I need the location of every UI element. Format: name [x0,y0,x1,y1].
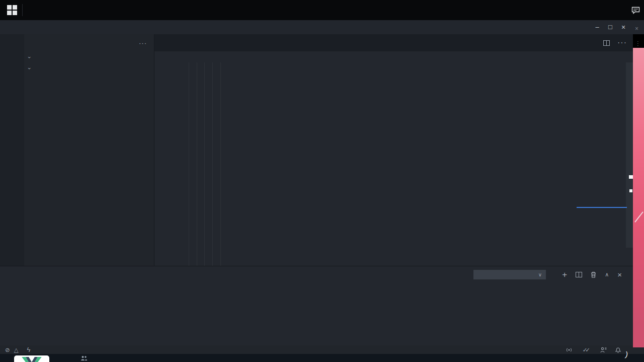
editor-tabbar: ··· [154,34,633,51]
kill-terminal-icon[interactable] [591,271,596,278]
chevron-down-icon: › [27,66,33,71]
lightning-icon[interactable]: ϟ [27,346,31,353]
prettier-status[interactable]: ✓✓ [583,346,592,353]
background-window-menu-icon: ··· [637,40,639,46]
error-icon: ⊘ [5,346,10,353]
new-terminal-icon[interactable]: + [562,270,567,280]
project-section[interactable]: › [24,63,154,74]
group-people-icon [80,355,88,361]
system-tray [616,0,640,20]
breadcrumb [154,51,633,62]
start-button[interactable] [7,5,17,15]
wallpaper-doodle [629,189,632,192]
double-check-icon: ✓✓ [583,346,588,353]
notifications-bell-icon[interactable] [615,347,621,353]
split-terminal-icon[interactable] [576,272,582,277]
terminal-shell-select[interactable]: ∨ [473,269,546,280]
telegram-notification-bar[interactable] [0,354,644,362]
taskbar-separator [22,4,23,16]
chevron-down-icon: › [27,55,33,60]
go-live-button[interactable] [566,347,574,353]
open-editors-section[interactable]: › [24,52,154,63]
panel-actions: + ∧ × [562,269,622,280]
close-button[interactable]: × [617,20,630,34]
split-editor-icon[interactable] [603,40,610,46]
feedback-icon[interactable] [600,347,607,353]
tab-actions: ··· [603,34,633,51]
sidebar-more-icon[interactable]: ··· [139,39,147,47]
chevron-down-icon: ∨ [538,272,542,277]
windows-taskbar [0,0,644,20]
desktop-wallpaper-strip [633,48,644,347]
status-bar: ⊘ △ ϟ ✓✓ [0,345,644,354]
background-window-close-icon: × [635,25,638,32]
warning-icon: △ [14,346,19,353]
editor-more-icon[interactable]: ··· [617,38,627,47]
code-editor[interactable] [154,62,633,266]
problems-status[interactable]: ⊘ △ [5,346,21,353]
maximize-button[interactable]: □ [604,20,617,34]
vue-logo [14,355,49,362]
vscode-titlebar: – □ × [0,20,644,34]
sidebar-header: ··· [24,34,154,52]
action-center-icon[interactable] [631,7,640,14]
wallpaper-doodle [629,175,633,179]
terminal-output[interactable] [0,281,633,285]
minimap-cursor-line [577,207,627,208]
broadcast-icon [566,347,572,353]
close-panel-icon[interactable]: × [617,270,622,279]
minimize-button[interactable]: – [591,20,604,34]
maximize-panel-icon[interactable]: ∧ [605,271,609,278]
editor-scrollbar[interactable] [626,62,633,248]
window-controls: – □ × [591,20,630,34]
bottom-panel: ∨ + ∧ × [0,266,633,345]
